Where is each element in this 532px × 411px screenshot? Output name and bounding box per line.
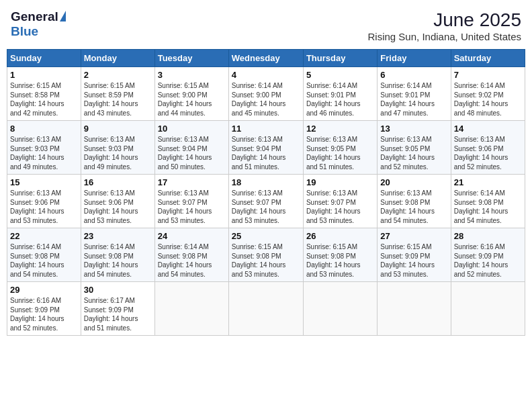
day-number: 1 (10, 70, 78, 80)
logo: General Blue (11, 9, 66, 39)
day-number: 19 (306, 177, 374, 187)
calendar-cell: 16Sunrise: 6:13 AMSunset: 9:06 PMDayligh… (81, 175, 154, 228)
month-year-title: June 2025 (368, 9, 521, 31)
day-number: 3 (158, 70, 226, 80)
day-number: 20 (380, 177, 447, 187)
day-of-week-header: Saturday (451, 50, 525, 67)
day-info: Sunrise: 6:14 AMSunset: 9:08 PMDaylight:… (10, 242, 78, 279)
calendar-cell (451, 282, 525, 336)
day-number: 13 (380, 124, 447, 134)
calendar-cell: 6Sunrise: 6:14 AMSunset: 9:01 PMDaylight… (378, 67, 451, 121)
day-number: 5 (306, 70, 374, 80)
day-number: 15 (10, 177, 78, 187)
day-info: Sunrise: 6:13 AMSunset: 9:06 PMDaylight:… (454, 135, 522, 171)
day-number: 9 (84, 124, 152, 134)
day-of-week-header: Tuesday (154, 50, 228, 67)
day-info: Sunrise: 6:13 AMSunset: 9:05 PMDaylight:… (306, 135, 374, 171)
day-info: Sunrise: 6:14 AMSunset: 9:08 PMDaylight:… (84, 242, 152, 279)
calendar-cell: 1Sunrise: 6:15 AMSunset: 8:58 PMDaylight… (7, 67, 81, 121)
day-number: 2 (84, 70, 152, 80)
day-info: Sunrise: 6:15 AMSunset: 9:08 PMDaylight:… (306, 242, 374, 279)
day-number: 30 (84, 285, 152, 295)
day-number: 21 (454, 177, 522, 187)
day-info: Sunrise: 6:13 AMSunset: 9:07 PMDaylight:… (306, 189, 374, 225)
calendar-cell: 3Sunrise: 6:15 AMSunset: 9:00 PMDaylight… (154, 67, 228, 121)
calendar-cell: 14Sunrise: 6:13 AMSunset: 9:06 PMDayligh… (451, 121, 525, 175)
day-of-week-header: Thursday (303, 50, 377, 67)
day-info: Sunrise: 6:13 AMSunset: 9:03 PMDaylight:… (10, 135, 78, 171)
calendar-cell: 9Sunrise: 6:13 AMSunset: 9:03 PMDaylight… (81, 121, 154, 175)
calendar-cell (154, 282, 228, 336)
calendar-cell: 7Sunrise: 6:14 AMSunset: 9:02 PMDaylight… (451, 67, 525, 121)
day-number: 23 (84, 231, 152, 241)
day-info: Sunrise: 6:14 AMSunset: 9:01 PMDaylight:… (306, 81, 374, 118)
calendar-cell: 22Sunrise: 6:14 AMSunset: 9:08 PMDayligh… (7, 228, 81, 282)
calendar-cell: 2Sunrise: 6:15 AMSunset: 8:59 PMDaylight… (81, 67, 154, 121)
day-info: Sunrise: 6:15 AMSunset: 9:08 PMDaylight:… (232, 242, 300, 279)
day-info: Sunrise: 6:13 AMSunset: 9:05 PMDaylight:… (380, 135, 447, 171)
day-number: 10 (158, 124, 226, 134)
day-info: Sunrise: 6:14 AMSunset: 9:02 PMDaylight:… (454, 81, 522, 118)
calendar-cell: 27Sunrise: 6:15 AMSunset: 9:09 PMDayligh… (378, 228, 451, 282)
day-number: 8 (10, 124, 78, 134)
day-number: 22 (10, 231, 78, 241)
calendar-cell: 10Sunrise: 6:13 AMSunset: 9:04 PMDayligh… (154, 121, 228, 175)
day-number: 6 (380, 70, 447, 80)
calendar-cell: 12Sunrise: 6:13 AMSunset: 9:05 PMDayligh… (303, 121, 377, 175)
day-number: 27 (380, 231, 447, 241)
day-info: Sunrise: 6:15 AMSunset: 8:59 PMDaylight:… (84, 81, 152, 118)
calendar-cell (303, 282, 377, 336)
logo-general: General (11, 9, 58, 24)
title-block: June 2025 Rising Sun, Indiana, United St… (368, 9, 521, 42)
logo-blue: Blue (11, 24, 38, 38)
day-info: Sunrise: 6:13 AMSunset: 9:06 PMDaylight:… (10, 189, 78, 225)
calendar-cell: 21Sunrise: 6:14 AMSunset: 9:08 PMDayligh… (451, 175, 525, 228)
day-info: Sunrise: 6:13 AMSunset: 9:04 PMDaylight:… (232, 135, 300, 171)
page-header: General Blue June 2025 Rising Sun, India… (7, 7, 525, 45)
calendar-cell: 30Sunrise: 6:17 AMSunset: 9:09 PMDayligh… (81, 282, 154, 336)
day-info: Sunrise: 6:13 AMSunset: 9:04 PMDaylight:… (158, 135, 226, 171)
day-number: 12 (306, 124, 374, 134)
calendar-cell: 20Sunrise: 6:13 AMSunset: 9:08 PMDayligh… (378, 175, 451, 228)
day-number: 7 (454, 70, 522, 80)
calendar-cell (228, 282, 303, 336)
day-info: Sunrise: 6:17 AMSunset: 9:09 PMDaylight:… (84, 296, 152, 332)
day-number: 4 (232, 70, 300, 80)
day-number: 26 (306, 231, 374, 241)
calendar-table: SundayMondayTuesdayWednesdayThursdayFrid… (7, 49, 525, 336)
day-info: Sunrise: 6:14 AMSunset: 9:00 PMDaylight:… (232, 81, 300, 118)
day-info: Sunrise: 6:15 AMSunset: 8:58 PMDaylight:… (10, 81, 78, 118)
calendar-cell: 26Sunrise: 6:15 AMSunset: 9:08 PMDayligh… (303, 228, 377, 282)
day-info: Sunrise: 6:14 AMSunset: 9:08 PMDaylight:… (454, 189, 522, 225)
day-info: Sunrise: 6:16 AMSunset: 9:09 PMDaylight:… (454, 242, 522, 279)
logo-triangle-icon (60, 11, 66, 21)
day-number: 25 (232, 231, 300, 241)
day-info: Sunrise: 6:14 AMSunset: 9:08 PMDaylight:… (158, 242, 226, 279)
day-info: Sunrise: 6:15 AMSunset: 9:09 PMDaylight:… (380, 242, 447, 279)
calendar-cell: 4Sunrise: 6:14 AMSunset: 9:00 PMDaylight… (228, 67, 303, 121)
calendar-cell: 8Sunrise: 6:13 AMSunset: 9:03 PMDaylight… (7, 121, 81, 175)
day-info: Sunrise: 6:13 AMSunset: 9:07 PMDaylight:… (232, 189, 300, 225)
calendar-cell: 19Sunrise: 6:13 AMSunset: 9:07 PMDayligh… (303, 175, 377, 228)
day-info: Sunrise: 6:13 AMSunset: 9:07 PMDaylight:… (158, 189, 226, 225)
day-number: 18 (232, 177, 300, 187)
day-number: 29 (10, 285, 78, 295)
day-info: Sunrise: 6:16 AMSunset: 9:09 PMDaylight:… (10, 296, 78, 332)
day-number: 11 (232, 124, 300, 134)
calendar-cell: 5Sunrise: 6:14 AMSunset: 9:01 PMDaylight… (303, 67, 377, 121)
day-info: Sunrise: 6:15 AMSunset: 9:00 PMDaylight:… (158, 81, 226, 118)
calendar-cell: 23Sunrise: 6:14 AMSunset: 9:08 PMDayligh… (81, 228, 154, 282)
calendar-cell: 24Sunrise: 6:14 AMSunset: 9:08 PMDayligh… (154, 228, 228, 282)
day-info: Sunrise: 6:13 AMSunset: 9:03 PMDaylight:… (84, 135, 152, 171)
calendar-cell: 11Sunrise: 6:13 AMSunset: 9:04 PMDayligh… (228, 121, 303, 175)
calendar-cell (378, 282, 451, 336)
day-info: Sunrise: 6:13 AMSunset: 9:08 PMDaylight:… (380, 189, 447, 225)
location-title: Rising Sun, Indiana, United States (368, 31, 521, 42)
day-number: 24 (158, 231, 226, 241)
calendar-cell: 29Sunrise: 6:16 AMSunset: 9:09 PMDayligh… (7, 282, 81, 336)
day-info: Sunrise: 6:14 AMSunset: 9:01 PMDaylight:… (380, 81, 447, 118)
day-of-week-header: Wednesday (228, 50, 303, 67)
day-info: Sunrise: 6:13 AMSunset: 9:06 PMDaylight:… (84, 189, 152, 225)
calendar-cell: 18Sunrise: 6:13 AMSunset: 9:07 PMDayligh… (228, 175, 303, 228)
day-of-week-header: Friday (378, 50, 451, 67)
